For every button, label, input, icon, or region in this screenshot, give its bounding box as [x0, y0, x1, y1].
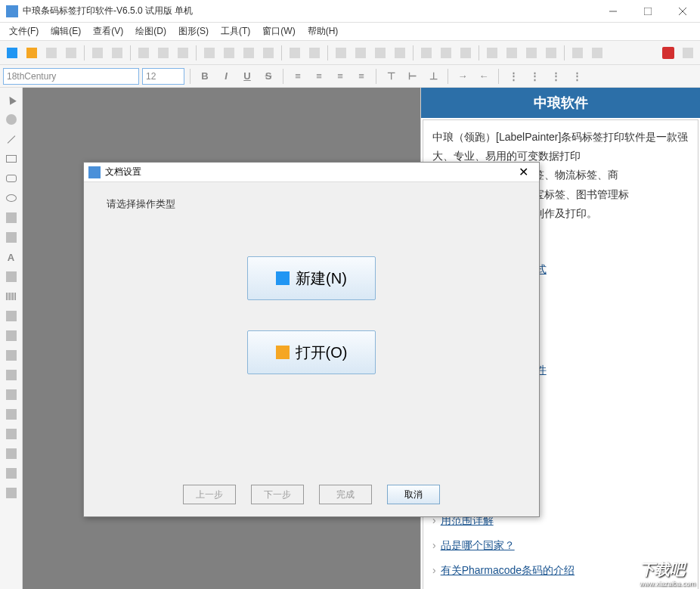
redo-button[interactable]	[305, 44, 324, 62]
layer-button[interactable]	[417, 44, 435, 62]
image-tool[interactable]	[2, 327, 20, 345]
grid-button[interactable]	[154, 44, 172, 62]
close-button[interactable]	[665, 0, 700, 23]
toolbar	[0, 41, 700, 65]
rect-tool[interactable]	[2, 150, 20, 168]
dialog-prompt: 请选择操作类型	[107, 197, 516, 211]
ellipse-tool[interactable]	[2, 189, 20, 207]
bezier-tool[interactable]	[2, 405, 20, 423]
ungroup-button[interactable]	[457, 44, 475, 62]
menu-window[interactable]: 窗口(W)	[256, 23, 301, 39]
finish-button: 完成	[319, 485, 372, 504]
menu-help[interactable]: 帮助(H)	[302, 23, 345, 39]
delete-button[interactable]	[259, 44, 277, 62]
arc-tool[interactable]	[2, 386, 20, 404]
minimize-button[interactable]	[596, 0, 630, 23]
align-center-button[interactable]: ≡	[310, 67, 328, 85]
spacing2-button[interactable]: ⋮	[525, 67, 544, 85]
qrcode-tool[interactable]	[2, 307, 20, 325]
save-button[interactable]	[42, 44, 60, 62]
menu-view[interactable]: 查看(V)	[87, 23, 129, 39]
menu-shape[interactable]: 图形(S)	[172, 23, 215, 39]
strike-button[interactable]: S	[259, 67, 277, 85]
list-item: 品是哪个国家？	[432, 533, 689, 558]
watermark: 下载吧 www.xiazaiba.com	[640, 560, 695, 587]
stroke-tool[interactable]	[2, 464, 20, 482]
settings-button[interactable]	[568, 44, 587, 62]
snap-button[interactable]	[135, 44, 153, 62]
panel-header: 中琅软件	[421, 88, 700, 118]
valign-mid-button[interactable]: ⊢	[403, 67, 421, 85]
roundrect-tool[interactable]	[2, 169, 20, 188]
barcode-tool[interactable]	[2, 287, 20, 305]
table-tool[interactable]	[2, 346, 20, 364]
zoom-out-button[interactable]	[352, 44, 370, 62]
bold-button[interactable]: B	[196, 67, 214, 85]
db-button[interactable]	[588, 44, 606, 62]
spacing3-button[interactable]: ⋮	[547, 67, 565, 85]
maximize-button[interactable]	[630, 0, 665, 23]
help-button[interactable]	[679, 44, 697, 62]
left-toolbox: A	[0, 88, 23, 589]
lock-button[interactable]	[542, 44, 560, 62]
polygon-tool[interactable]	[2, 209, 20, 227]
outdent-button[interactable]: ←	[475, 67, 493, 85]
new-button[interactable]	[3, 44, 21, 62]
preview-button[interactable]	[108, 44, 126, 62]
menu-file[interactable]: 文件(F)	[3, 23, 45, 39]
eraser-tool[interactable]	[2, 484, 20, 502]
callout-tool[interactable]	[2, 425, 20, 443]
fill-tool[interactable]	[2, 445, 20, 463]
menu-edit[interactable]: 编辑(E)	[45, 23, 87, 39]
dialog-titlebar[interactable]: 文档设置 ✕	[84, 163, 539, 182]
valign-bot-button[interactable]: ⊥	[424, 67, 442, 85]
back-button[interactable]	[522, 44, 540, 62]
align-left-button[interactable]: ≡	[289, 67, 307, 85]
align-justify-button[interactable]: ≡	[352, 67, 370, 85]
zoom-fit-button[interactable]	[371, 44, 389, 62]
spacing1-button[interactable]: ⋮	[504, 67, 522, 85]
curve-tool[interactable]	[2, 366, 20, 384]
spacing4-button[interactable]: ⋮	[568, 67, 586, 85]
paste-button[interactable]	[240, 44, 258, 62]
menu-draw[interactable]: 绘图(D)	[129, 23, 172, 39]
underline-button[interactable]: U	[238, 67, 256, 85]
menu-tools[interactable]: 工具(T)	[215, 23, 256, 39]
front-button[interactable]	[503, 44, 521, 62]
indent-button[interactable]: →	[454, 67, 472, 85]
text-tool[interactable]: A	[2, 248, 20, 266]
next-button: 下一步	[251, 485, 304, 504]
valign-top-button[interactable]: ⊤	[382, 67, 400, 85]
select-button[interactable]	[483, 44, 501, 62]
font-family-select[interactable]	[3, 68, 139, 85]
dialog-close-button[interactable]: ✕	[512, 163, 534, 181]
undo-button[interactable]	[286, 44, 304, 62]
hand-tool[interactable]	[2, 110, 20, 129]
italic-button[interactable]: I	[217, 67, 235, 85]
copy-button[interactable]	[220, 44, 238, 62]
pointer-tool[interactable]	[2, 91, 20, 109]
svg-rect-1	[644, 8, 652, 15]
new-doc-button[interactable]: 新建(N)	[247, 256, 376, 300]
guides-button[interactable]	[174, 44, 192, 62]
open-icon	[276, 346, 290, 359]
align-right-button[interactable]: ≡	[331, 67, 349, 85]
print-button[interactable]	[88, 44, 107, 62]
prev-button: 上一步	[183, 485, 236, 504]
open-button[interactable]	[23, 44, 41, 62]
richtext-tool[interactable]	[2, 268, 20, 286]
saveas-button[interactable]	[62, 44, 80, 62]
cancel-button[interactable]: 取消	[387, 485, 440, 504]
star-tool[interactable]	[2, 228, 20, 246]
line-tool[interactable]	[2, 130, 20, 148]
window-titlebar: 中琅条码标签打印软件-V6.5.0 试用版 单机	[0, 0, 700, 23]
group-button[interactable]	[437, 44, 455, 62]
zoom-in-button[interactable]	[332, 44, 350, 62]
cut-button[interactable]	[200, 44, 218, 62]
open-doc-button[interactable]: 打开(O)	[247, 330, 376, 374]
dialog-title: 文档设置	[105, 166, 512, 178]
pdf-button[interactable]	[659, 44, 677, 62]
zoom-100-button[interactable]	[391, 44, 409, 62]
document-settings-dialog: 文档设置 ✕ 请选择操作类型 新建(N) 打开(O) 上一步 下一步 完成 取消	[83, 162, 540, 517]
font-size-select[interactable]	[142, 68, 184, 85]
